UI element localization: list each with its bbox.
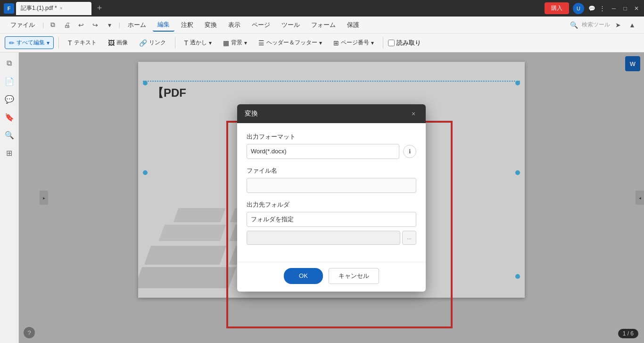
link-label: リンク (149, 39, 166, 47)
main-area: ⧉ 📄 💬 🔖 🔍 ⊞ ▸ 【PDF (0, 52, 644, 343)
cancel-button[interactable]: キャンセル (329, 268, 379, 284)
background-button[interactable]: ▦ 背景 ▾ (219, 36, 251, 49)
menu-home[interactable]: ホーム (123, 19, 151, 31)
menu-edit[interactable]: 編集 (153, 18, 174, 32)
page-number-icon: ⊞ (333, 39, 339, 47)
header-footer-icon: ☰ (258, 39, 264, 47)
more-options-icon[interactable]: ⋮ (599, 5, 606, 12)
user-avatar[interactable]: U (573, 3, 584, 14)
modal-header: 変換 × (237, 104, 426, 123)
restore-button[interactable]: □ (621, 5, 629, 12)
toolbar-sep-1 (58, 37, 59, 49)
menu-form[interactable]: フォーム (306, 19, 340, 31)
folder-select[interactable]: フォルダを指定 (247, 212, 416, 227)
folder-path-input[interactable] (247, 231, 400, 245)
header-footer-button[interactable]: ☰ ヘッダー＆フッター ▾ (254, 36, 326, 49)
comment-icon[interactable]: 💬 (588, 5, 595, 12)
send-icon[interactable]: ➤ (612, 19, 624, 31)
filename-group: ファイル名 (247, 167, 416, 193)
undo-icon[interactable]: ↩ (75, 19, 87, 31)
left-sidebar: ⧉ 📄 💬 🔖 🔍 ⊞ (0, 52, 19, 343)
watermark-button[interactable]: T 透かし ▾ (180, 36, 216, 49)
format-info-button[interactable]: ℹ (403, 145, 416, 158)
background-icon: ▦ (223, 39, 229, 47)
sidebar-search-button[interactable]: 🔍 (2, 128, 17, 142)
watermark-chevron: ▾ (209, 40, 212, 46)
image-icon: 🖼 (108, 39, 115, 47)
menu-separator-2: | (118, 21, 120, 28)
content-area: ▸ 【PDF (19, 52, 644, 343)
menu-convert[interactable]: 変換 (200, 19, 222, 31)
output-format-group: 出力フォーマット Word(*.docx) ℹ (247, 133, 416, 159)
menu-view[interactable]: 表示 (223, 19, 245, 31)
output-folder-label: 出力先フォルダ (247, 201, 416, 209)
tab-close-button[interactable]: × (60, 6, 63, 11)
menu-tools[interactable]: ツール (277, 19, 305, 31)
active-tab[interactable]: 記事1.(1).pdf * × (16, 2, 91, 15)
watermark-label: 透かし (190, 39, 207, 47)
image-button[interactable]: 🖼 画像 (104, 36, 132, 49)
ok-button[interactable]: OK (284, 268, 323, 284)
folder-browse-button[interactable]: … (402, 231, 416, 245)
modal-close-button[interactable]: × (409, 109, 418, 118)
minimize-button[interactable]: ─ (610, 5, 618, 12)
link-icon: 🔗 (139, 39, 147, 47)
toolbar-sep-3 (383, 37, 383, 49)
edit-all-chevron: ▾ (47, 40, 50, 46)
header-footer-label: ヘッダー＆フッター (266, 39, 317, 47)
search-tool-label: 検索ツール (582, 21, 610, 29)
filename-label: ファイル名 (247, 167, 416, 175)
watermark-icon: T (184, 39, 189, 47)
purchase-button[interactable]: 購入 (545, 2, 569, 14)
format-select-wrapper: Word(*.docx) ℹ (247, 144, 416, 159)
modal-title: 変換 (245, 109, 258, 118)
menu-protect[interactable]: 保護 (342, 19, 364, 31)
link-button[interactable]: 🔗 リンク (135, 36, 170, 49)
modal-footer: OK キャンセル (237, 262, 426, 292)
text-icon: T (68, 39, 72, 47)
modal-body: 出力フォーマット Word(*.docx) ℹ ファイル名 (237, 123, 426, 262)
sidebar-comment-button[interactable]: 💬 (2, 92, 17, 106)
output-format-label: 出力フォーマット (247, 133, 416, 141)
format-select[interactable]: Word(*.docx) (247, 144, 399, 159)
edit-all-label: すべて編集 (17, 39, 45, 47)
page-number-label: ページ番号 (341, 39, 369, 47)
background-label: 背景 (231, 39, 242, 47)
menu-separator-1: | (42, 21, 44, 28)
readonly-label: 読み取り (396, 39, 421, 47)
sidebar-layers-button[interactable]: ⊞ (2, 146, 17, 160)
toolbar-sep-2 (175, 37, 175, 49)
page-number-button[interactable]: ⊞ ページ番号 ▾ (329, 36, 378, 49)
redo-icon[interactable]: ↪ (89, 19, 101, 31)
menubar: ファイル | ⧉ 🖨 ↩ ↪ ▾ | ホーム 編集 注釈 変換 表示 ページ ツ… (0, 17, 644, 33)
filename-input[interactable] (247, 178, 416, 193)
toolbar: ✏ すべて編集 ▾ T テキスト 🖼 画像 🔗 リンク T 透かし ▾ ▦ 背景… (0, 33, 644, 52)
text-button[interactable]: T テキスト (64, 36, 101, 49)
edit-all-button[interactable]: ✏ すべて編集 ▾ (5, 36, 54, 49)
panel-toggle-icon[interactable]: ⧉ (47, 19, 59, 31)
modal-overlay: 変換 × 出力フォーマット Word(*.docx) ℹ (19, 52, 644, 343)
app-logo: F (4, 3, 14, 14)
new-tab-button[interactable]: + (93, 2, 106, 15)
sidebar-panel-button[interactable]: ⧉ (2, 56, 17, 70)
header-footer-chevron: ▾ (319, 40, 322, 46)
sidebar-bookmark-button[interactable]: 🔖 (2, 110, 17, 124)
folder-path-wrapper: … (247, 231, 416, 245)
dropdown-icon[interactable]: ▾ (103, 19, 116, 31)
page-number-chevron: ▾ (371, 40, 374, 46)
menu-file[interactable]: ファイル (6, 19, 40, 31)
background-chevron: ▾ (244, 40, 247, 46)
print-icon[interactable]: 🖨 (61, 19, 73, 31)
readonly-checkbox[interactable] (388, 40, 395, 46)
menu-page[interactable]: ページ (247, 19, 275, 31)
sidebar-page-button[interactable]: 📄 (2, 74, 17, 88)
search-tool-icon[interactable]: 🔍 (568, 19, 580, 31)
edit-icon: ✏ (9, 39, 15, 47)
close-button[interactable]: ✕ (633, 5, 640, 12)
menu-annotate[interactable]: 注釈 (176, 19, 198, 31)
titlebar: F 記事1.(1).pdf * × + 購入 U 💬 ⋮ ─ □ ✕ (0, 0, 644, 17)
tab-title: 記事1.(1).pdf * (21, 4, 57, 12)
text-label: テキスト (74, 39, 97, 47)
convert-modal: 変換 × 出力フォーマット Word(*.docx) ℹ (237, 104, 426, 292)
scroll-up-icon[interactable]: ▲ (626, 19, 638, 31)
